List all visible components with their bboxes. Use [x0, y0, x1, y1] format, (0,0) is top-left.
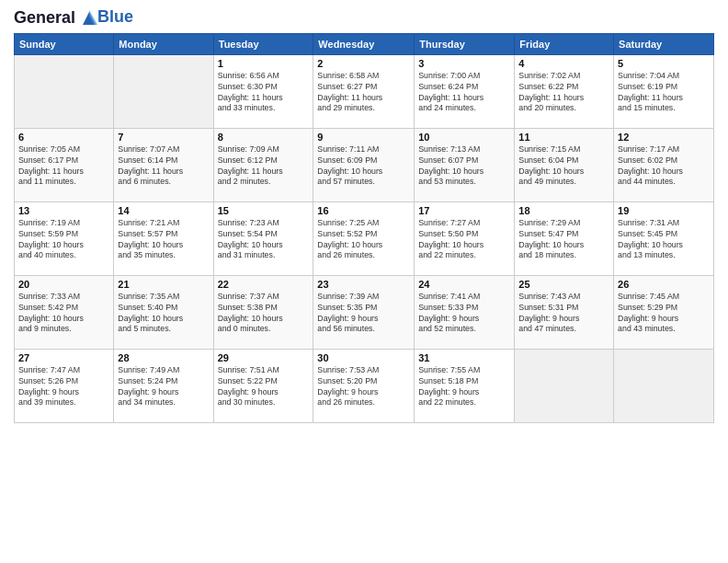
calendar-cell: 15Sunrise: 7:23 AM Sunset: 5:54 PM Dayli… [213, 201, 313, 275]
day-number: 17 [418, 205, 510, 216]
day-number: 27 [18, 352, 109, 363]
calendar-cell: 4Sunrise: 7:02 AM Sunset: 6:22 PM Daylig… [515, 54, 614, 128]
day-number: 12 [618, 132, 710, 143]
day-info: Sunrise: 7:33 AM Sunset: 5:42 PM Dayligh… [18, 292, 109, 336]
calendar-cell: 29Sunrise: 7:51 AM Sunset: 5:22 PM Dayli… [213, 349, 313, 422]
day-number: 4 [518, 58, 609, 69]
calendar-cell: 12Sunrise: 7:17 AM Sunset: 6:02 PM Dayli… [614, 128, 714, 201]
weekday-header: Friday [515, 33, 614, 54]
day-number: 14 [118, 205, 209, 216]
day-number: 26 [618, 279, 710, 290]
day-number: 7 [118, 132, 209, 143]
calendar-cell: 6Sunrise: 7:05 AM Sunset: 6:17 PM Daylig… [15, 128, 114, 201]
day-info: Sunrise: 7:41 AM Sunset: 5:33 PM Dayligh… [418, 292, 510, 336]
day-info: Sunrise: 7:31 AM Sunset: 5:45 PM Dayligh… [618, 218, 710, 262]
day-info: Sunrise: 7:35 AM Sunset: 5:40 PM Dayligh… [118, 292, 209, 336]
weekday-header: Thursday [415, 33, 515, 54]
weekday-header: Tuesday [213, 33, 313, 54]
logo-blue: Blue [97, 8, 133, 27]
weekday-row: SundayMondayTuesdayWednesdayThursdayFrid… [15, 33, 714, 54]
day-number: 9 [317, 132, 410, 143]
day-info: Sunrise: 7:53 AM Sunset: 5:20 PM Dayligh… [317, 365, 410, 409]
calendar-cell: 17Sunrise: 7:27 AM Sunset: 5:50 PM Dayli… [415, 201, 515, 275]
calendar-cell: 16Sunrise: 7:25 AM Sunset: 5:52 PM Dayli… [313, 201, 415, 275]
day-info: Sunrise: 7:43 AM Sunset: 5:31 PM Dayligh… [518, 292, 609, 336]
calendar-cell: 7Sunrise: 7:07 AM Sunset: 6:14 PM Daylig… [114, 128, 213, 201]
day-number: 3 [418, 58, 510, 69]
day-info: Sunrise: 7:15 AM Sunset: 6:04 PM Dayligh… [518, 144, 609, 189]
day-number: 10 [418, 132, 510, 143]
day-number: 15 [218, 205, 310, 216]
weekday-header: Monday [114, 33, 213, 54]
calendar-cell: 20Sunrise: 7:33 AM Sunset: 5:42 PM Dayli… [15, 275, 114, 349]
page: General Blue SundayMondayTuesdayWednesda… [0, 0, 728, 563]
day-number: 31 [418, 352, 510, 363]
calendar-cell: 8Sunrise: 7:09 AM Sunset: 6:12 PM Daylig… [213, 128, 313, 201]
calendar-cell: 10Sunrise: 7:13 AM Sunset: 6:07 PM Dayli… [415, 128, 515, 201]
day-info: Sunrise: 7:23 AM Sunset: 5:54 PM Dayligh… [218, 218, 310, 262]
day-info: Sunrise: 7:02 AM Sunset: 6:22 PM Dayligh… [518, 71, 609, 115]
day-number: 24 [418, 279, 510, 290]
day-number: 8 [218, 132, 310, 143]
day-number: 21 [118, 279, 209, 290]
day-info: Sunrise: 7:07 AM Sunset: 6:14 PM Dayligh… [118, 144, 209, 189]
calendar-cell: 9Sunrise: 7:11 AM Sunset: 6:09 PM Daylig… [313, 128, 415, 201]
day-number: 28 [118, 352, 209, 363]
day-info: Sunrise: 7:17 AM Sunset: 6:02 PM Dayligh… [618, 144, 710, 189]
calendar-cell: 31Sunrise: 7:55 AM Sunset: 5:18 PM Dayli… [415, 349, 515, 422]
day-info: Sunrise: 7:47 AM Sunset: 5:26 PM Dayligh… [18, 365, 109, 409]
day-number: 11 [518, 132, 609, 143]
calendar-cell: 25Sunrise: 7:43 AM Sunset: 5:31 PM Dayli… [515, 275, 614, 349]
calendar-week-row: 13Sunrise: 7:19 AM Sunset: 5:59 PM Dayli… [15, 201, 714, 275]
day-info: Sunrise: 7:51 AM Sunset: 5:22 PM Dayligh… [218, 365, 310, 409]
day-info: Sunrise: 7:04 AM Sunset: 6:19 PM Dayligh… [618, 71, 710, 115]
day-info: Sunrise: 7:11 AM Sunset: 6:09 PM Dayligh… [317, 144, 410, 189]
weekday-header: Wednesday [313, 33, 415, 54]
calendar-cell: 21Sunrise: 7:35 AM Sunset: 5:40 PM Dayli… [114, 275, 213, 349]
day-number: 23 [317, 279, 410, 290]
day-number: 1 [218, 58, 310, 69]
calendar-cell: 14Sunrise: 7:21 AM Sunset: 5:57 PM Dayli… [114, 201, 213, 275]
day-number: 19 [618, 205, 710, 216]
calendar-cell: 2Sunrise: 6:58 AM Sunset: 6:27 PM Daylig… [313, 54, 415, 128]
day-info: Sunrise: 7:13 AM Sunset: 6:07 PM Dayligh… [418, 144, 510, 189]
calendar-cell: 13Sunrise: 7:19 AM Sunset: 5:59 PM Dayli… [15, 201, 114, 275]
calendar-cell: 24Sunrise: 7:41 AM Sunset: 5:33 PM Dayli… [415, 275, 515, 349]
header: General Blue [14, 9, 714, 28]
calendar-cell: 30Sunrise: 7:53 AM Sunset: 5:20 PM Dayli… [313, 349, 415, 422]
day-info: Sunrise: 7:19 AM Sunset: 5:59 PM Dayligh… [18, 218, 109, 262]
day-number: 2 [317, 58, 410, 69]
day-number: 20 [18, 279, 109, 290]
weekday-header: Saturday [614, 33, 714, 54]
calendar-cell: 23Sunrise: 7:39 AM Sunset: 5:35 PM Dayli… [313, 275, 415, 349]
logo: General Blue [14, 9, 133, 28]
calendar-body: 1Sunrise: 6:56 AM Sunset: 6:30 PM Daylig… [15, 54, 714, 422]
day-number: 13 [18, 205, 109, 216]
calendar-cell: 19Sunrise: 7:31 AM Sunset: 5:45 PM Dayli… [614, 201, 714, 275]
calendar-cell: 27Sunrise: 7:47 AM Sunset: 5:26 PM Dayli… [15, 349, 114, 422]
calendar-cell: 5Sunrise: 7:04 AM Sunset: 6:19 PM Daylig… [614, 54, 714, 128]
day-info: Sunrise: 7:45 AM Sunset: 5:29 PM Dayligh… [618, 292, 710, 336]
calendar-week-row: 27Sunrise: 7:47 AM Sunset: 5:26 PM Dayli… [15, 349, 714, 422]
calendar-cell: 1Sunrise: 6:56 AM Sunset: 6:30 PM Daylig… [213, 54, 313, 128]
day-number: 25 [518, 279, 609, 290]
calendar-cell [15, 54, 114, 128]
day-info: Sunrise: 7:29 AM Sunset: 5:47 PM Dayligh… [518, 218, 609, 262]
calendar-cell [614, 349, 714, 422]
day-number: 29 [218, 352, 310, 363]
day-info: Sunrise: 7:27 AM Sunset: 5:50 PM Dayligh… [418, 218, 510, 262]
calendar-cell [114, 54, 213, 128]
day-info: Sunrise: 7:21 AM Sunset: 5:57 PM Dayligh… [118, 218, 209, 262]
day-info: Sunrise: 7:37 AM Sunset: 5:38 PM Dayligh… [218, 292, 310, 336]
calendar-week-row: 6Sunrise: 7:05 AM Sunset: 6:17 PM Daylig… [15, 128, 714, 201]
day-info: Sunrise: 7:49 AM Sunset: 5:24 PM Dayligh… [118, 365, 209, 409]
day-number: 22 [218, 279, 310, 290]
logo-general: General [14, 8, 75, 27]
day-number: 18 [518, 205, 609, 216]
day-number: 30 [317, 352, 410, 363]
calendar-table: SundayMondayTuesdayWednesdayThursdayFrid… [14, 33, 714, 423]
logo-text: General Blue [14, 9, 133, 28]
day-info: Sunrise: 7:09 AM Sunset: 6:12 PM Dayligh… [218, 144, 310, 189]
calendar-week-row: 20Sunrise: 7:33 AM Sunset: 5:42 PM Dayli… [15, 275, 714, 349]
calendar-header: SundayMondayTuesdayWednesdayThursdayFrid… [15, 33, 714, 54]
